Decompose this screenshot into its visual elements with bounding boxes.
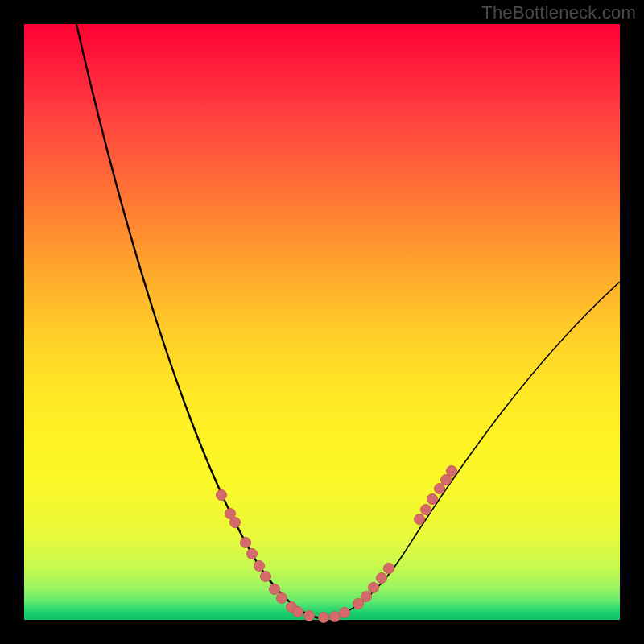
data-marker <box>353 599 364 609</box>
curve-left-branch <box>76 24 320 618</box>
data-marker <box>447 466 457 477</box>
data-marker <box>330 612 341 622</box>
data-marker <box>270 584 280 595</box>
data-marker <box>421 505 431 515</box>
data-marker <box>415 514 425 525</box>
data-marker <box>277 593 287 604</box>
data-marker <box>427 494 438 505</box>
data-marker <box>304 611 315 621</box>
data-marker <box>241 538 251 548</box>
chart-frame <box>24 24 620 620</box>
watermark-text: TheBottleneck.com <box>481 2 636 23</box>
data-marker <box>247 549 258 559</box>
data-marker <box>369 583 379 593</box>
data-marker <box>361 592 372 602</box>
data-marker <box>261 572 271 582</box>
data-marker <box>217 490 227 501</box>
data-markers <box>217 466 457 623</box>
data-marker <box>435 484 445 494</box>
bottleneck-curve <box>24 24 620 620</box>
data-marker <box>319 613 329 623</box>
data-marker <box>230 518 241 528</box>
data-marker <box>293 607 303 617</box>
data-marker <box>254 561 265 572</box>
curve-right-branch <box>320 282 620 618</box>
data-marker <box>384 564 394 574</box>
data-marker <box>377 573 387 584</box>
data-marker <box>340 608 350 618</box>
